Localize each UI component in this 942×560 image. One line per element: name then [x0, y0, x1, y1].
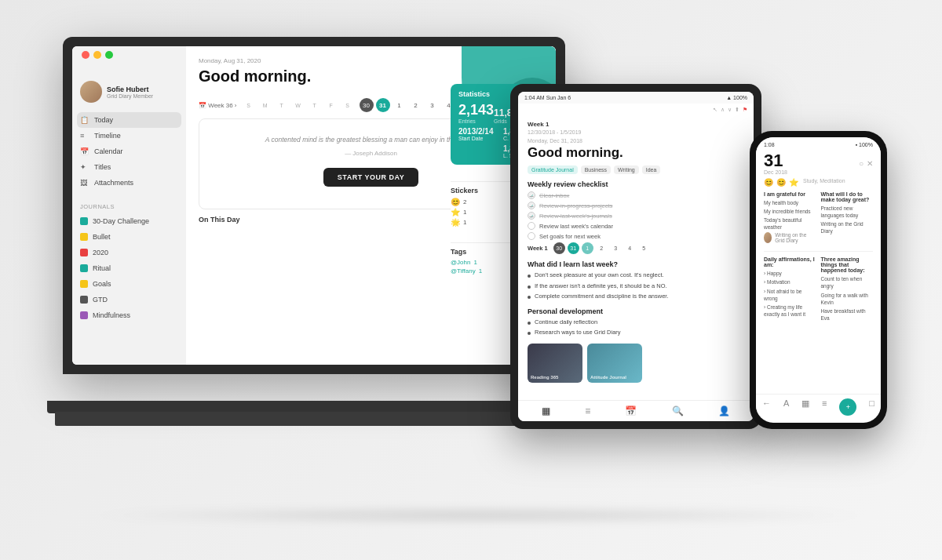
checklist-label-5: Set goals for next week	[539, 233, 601, 240]
tablet-device: 1:04 AM Sun Jan 6 ▲ 100% ↖ ∧ ∨ ⬆ ⚑ Week …	[510, 84, 761, 429]
sidebar-item-attachments[interactable]: 🖼 Attachments	[72, 175, 186, 191]
tag-chip-business[interactable]: Business	[581, 165, 611, 174]
calendar-icon: 📅	[80, 147, 89, 155]
tw-day-3[interactable]: 3	[610, 242, 622, 254]
tablet-bottom-person[interactable]: 👤	[718, 405, 730, 416]
tw-day-1[interactable]: 1	[582, 242, 593, 254]
day-1[interactable]: 1	[392, 98, 407, 112]
tablet-bottom-search[interactable]: 🔍	[672, 405, 684, 416]
sidebar-user-profile[interactable]: Sofie Hubert Grid Diary Member	[72, 75, 186, 112]
tablet-bottom-list[interactable]: ≡	[585, 405, 590, 416]
affirmation-1: › Happy	[764, 270, 816, 277]
journals-section-label: Journals	[72, 197, 186, 213]
bullet-dot-pd2	[528, 332, 531, 335]
tag-chip-gratitude[interactable]: Gratitude Journal	[528, 165, 578, 174]
journal-thumb-reading[interactable]: Reading 365	[528, 344, 582, 383]
tablet-week2-row: Week 1 30 31 1 2 3 4 5	[528, 242, 744, 254]
journal-item-bullet[interactable]: Bullet	[72, 229, 186, 245]
tablet-bottom-calendar[interactable]: 📅	[625, 405, 637, 416]
tw-day-2[interactable]: 2	[596, 242, 608, 254]
phone-content: I am grateful for My health body My incr…	[756, 190, 881, 373]
journal-item-ritual[interactable]: Ritual	[72, 260, 186, 276]
journal-thumb-attitude[interactable]: Attitude Journal	[587, 344, 642, 383]
learned-item-2: If the answer isn't a definite yes, it s…	[528, 282, 744, 291]
phone-month-year: Dec 2018	[764, 169, 787, 175]
journal-item-gtd[interactable]: GTD	[72, 292, 186, 307]
sidebar-item-timeline[interactable]: ≡ Timeline	[72, 128, 186, 144]
journal-dot-goals	[80, 280, 88, 288]
today-icon: 📋	[80, 116, 89, 124]
tablet-nav-down[interactable]: ∨	[728, 107, 732, 113]
tag-count-tiffany: 1	[479, 267, 482, 275]
phone-sticker-2: 😊	[776, 178, 786, 187]
stats-start-date: 2013/2/14 Start Date	[458, 127, 500, 141]
amazing-column: Three amazing things that happened today…	[821, 256, 874, 323]
tablet-greeting: Good morning.	[528, 145, 744, 161]
phone-moon-icon[interactable]: ○	[859, 159, 864, 168]
day-2[interactable]: 2	[409, 98, 423, 112]
phone-day-big: 31	[764, 152, 787, 169]
tablet-nav-up[interactable]: ∧	[721, 107, 725, 113]
today-great-item-2: Writing on the Grid Diary	[821, 220, 874, 235]
phone-square-icon[interactable]: □	[869, 398, 874, 416]
start-your-day-button[interactable]: START YOUR DAY	[323, 168, 418, 187]
journal-item-goals[interactable]: Goals	[72, 276, 186, 292]
sidebar-item-titles[interactable]: ✦ Titles	[72, 159, 186, 175]
avatar	[80, 81, 102, 103]
bullet-dot-pd1	[528, 322, 531, 325]
journal-dot-2020	[80, 249, 88, 256]
tablet-date-small: Monday, Dec 31, 2018	[528, 138, 744, 144]
personal-dev-text-1: Continue daily reflection	[535, 318, 597, 327]
grateful-item-2: My incredible friends	[764, 208, 816, 215]
journal-dot-mindfulness	[80, 311, 88, 319]
phone-nav-icon[interactable]: ✕	[867, 159, 873, 168]
checklist-label-4: Review last week's calendar	[539, 223, 613, 230]
day-31[interactable]: 31	[376, 98, 390, 112]
user-role: Grid Diary Member	[107, 93, 153, 99]
journal-item-2020[interactable]: 2020	[72, 245, 186, 260]
journal-item-mindfulness[interactable]: Mindfulness	[72, 307, 186, 323]
phone-battery-icon: ▪ 100%	[856, 142, 873, 147]
user-name: Sofie Hubert	[107, 85, 153, 93]
day-hdr-t2: T	[308, 103, 322, 108]
journal-thumb-reading-label: Reading 365	[531, 375, 558, 380]
checklist-label-2: Review-in-progress-projects	[539, 202, 612, 209]
tw-day-31[interactable]: 31	[568, 242, 579, 254]
phone-grid-icon[interactable]: ▦	[801, 398, 809, 416]
tablet-bottom-bar: ▦ ≡ 📅 🔍 👤	[518, 400, 754, 421]
stats-entries-value: 2,143	[458, 103, 494, 118]
tablet-expand-icon[interactable]: ↖	[713, 107, 717, 113]
day-3[interactable]: 3	[425, 98, 440, 112]
tw-day-30[interactable]: 30	[553, 242, 565, 254]
tablet-bottom-grid[interactable]: ▦	[542, 405, 550, 416]
sidebar-item-calendar[interactable]: 📅 Calendar	[72, 144, 186, 159]
maximize-button[interactable]	[105, 51, 113, 59]
journal-item-30day[interactable]: 30-Day Challenge	[72, 213, 186, 229]
tablet-flag-icon[interactable]: ⚑	[743, 107, 747, 113]
sidebar-label-today: Today	[94, 116, 113, 124]
sidebar-label-titles: Titles	[94, 163, 111, 171]
phone-list-icon[interactable]: ≡	[822, 398, 827, 416]
sidebar-label-attachments: Attachments	[94, 179, 133, 187]
day-30[interactable]: 30	[360, 98, 374, 112]
day-hdr-w: W	[291, 103, 305, 108]
tablet-checklist-title: Weekly review checklist	[528, 180, 744, 188]
phone-font-icon[interactable]: A	[783, 398, 789, 416]
tw-day-5[interactable]: 5	[638, 242, 650, 254]
tablet-share-icon[interactable]: ⬆	[735, 107, 739, 113]
tw-day-4[interactable]: 4	[624, 242, 636, 254]
phone-sticker-3: ⭐	[789, 178, 798, 187]
affirmation-2: › Motivation	[764, 278, 816, 285]
tablet-personal-dev-title: Personal development	[528, 307, 744, 315]
quote-author: — Joseph Addison	[345, 150, 397, 157]
phone-add-button[interactable]: +	[839, 398, 856, 416]
sidebar-item-today[interactable]: 📋 Today	[77, 112, 181, 128]
minimize-button[interactable]	[93, 51, 101, 59]
laptop-foot	[55, 412, 573, 426]
tag-chip-idea[interactable]: Idea	[642, 165, 661, 174]
close-button[interactable]	[82, 51, 89, 59]
phone-back-icon[interactable]: ←	[762, 398, 771, 416]
tag-chip-writing[interactable]: Writing	[614, 165, 639, 174]
sidebar-label-timeline: Timeline	[94, 132, 121, 140]
phone-bottom-bar: ← A ▦ ≡ + □	[756, 394, 881, 420]
